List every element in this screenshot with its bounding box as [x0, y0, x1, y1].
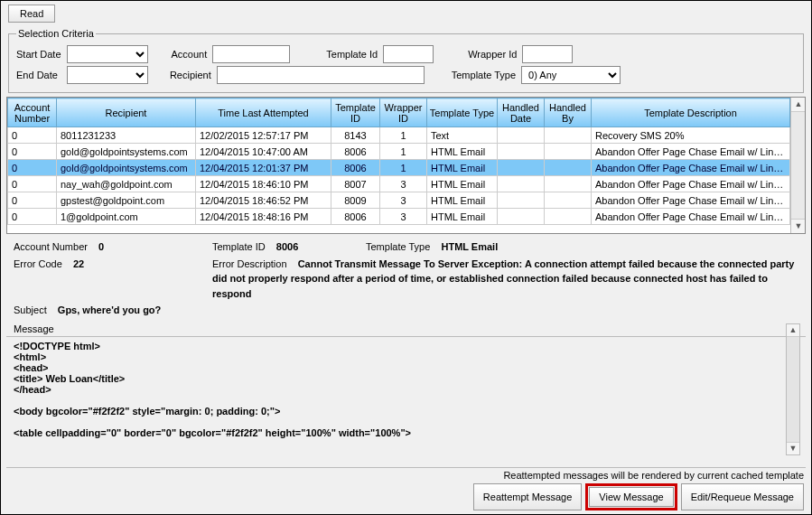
col-template-id[interactable]: Template ID [331, 98, 380, 127]
scroll-down-icon[interactable]: ▼ [791, 219, 806, 233]
cell-time: 12/04/2015 18:46:52 PM [196, 192, 331, 209]
start-date-input[interactable] [67, 45, 148, 63]
col-wrapper-id[interactable]: Wrapper ID [380, 98, 427, 127]
tid-value: 8006 [276, 241, 298, 252]
cell-ttype: HTML Email [427, 176, 498, 192]
template-id-input[interactable] [383, 45, 434, 63]
cell-hdate [498, 209, 545, 225]
table-row[interactable]: 01@goldpoint.com12/04/2015 18:48:16 PM80… [8, 209, 790, 225]
message-label: Message [14, 323, 806, 334]
table-row[interactable]: 0gold@goldpointsystems.com12/04/2015 12:… [8, 160, 790, 176]
subj-value: Gps, where'd you go? [58, 304, 161, 315]
ecode-label: Error Code [14, 258, 62, 269]
cell-wid: 1 [380, 160, 427, 176]
cell-rec: 1@goldpoint.com [57, 209, 196, 225]
subj-label: Subject [14, 304, 47, 315]
col-account[interactable]: Account Number [8, 98, 57, 127]
cell-hby [545, 144, 592, 160]
cell-time: 12/04/2015 10:47:00 AM [196, 144, 331, 160]
cell-desc: Abandon Offer Page Chase Email w/ Link D… [592, 192, 790, 209]
scroll-down-icon[interactable]: ▼ [787, 442, 799, 454]
cell-wid: 3 [380, 209, 427, 225]
cell-hdate [498, 127, 545, 144]
cell-ttype: HTML Email [427, 144, 498, 160]
message-body[interactable]: <!DOCTYPE html> <html> <head> <title> We… [6, 336, 806, 468]
tid-label: Template ID [212, 241, 266, 252]
cell-hby [545, 176, 592, 192]
cell-acct: 0 [8, 176, 57, 192]
grid-scrollbar[interactable]: ▲ ▼ [790, 98, 805, 233]
cell-rec: nay_wah@goldpoint.com [57, 176, 196, 192]
table-row[interactable]: 0gold@goldpointsystems.com12/04/2015 10:… [8, 144, 790, 160]
cell-ttype: HTML Email [427, 160, 498, 176]
cell-rec: gold@goldpointsystems.com [57, 144, 196, 160]
cell-desc: Abandon Offer Page Chase Email w/ Link D… [592, 160, 790, 176]
cell-desc: Recovery SMS 20% [592, 127, 790, 144]
detail-panel: Account Number 0 Template ID 8006 Templa… [1, 234, 811, 322]
cell-acct: 0 [8, 209, 57, 225]
ecode-value: 22 [73, 258, 84, 269]
col-description[interactable]: Template Description [592, 98, 790, 127]
edesc-label: Error Description [212, 258, 287, 269]
cell-desc: Abandon Offer Page Chase Email w/ Link D… [592, 176, 790, 192]
cell-acct: 0 [8, 192, 57, 209]
col-handled-date[interactable]: Handled Date [498, 98, 545, 127]
scroll-up-icon[interactable]: ▲ [787, 324, 799, 337]
cell-hby [545, 127, 592, 144]
cell-desc: Abandon Offer Page Chase Email w/ Link D… [592, 144, 790, 160]
cell-ttype: HTML Email [427, 192, 498, 209]
cell-time: 12/04/2015 18:48:16 PM [196, 209, 331, 225]
results-grid: Account Number Recipient Time Last Attem… [6, 97, 806, 234]
scroll-up-icon[interactable]: ▲ [791, 98, 806, 112]
cell-ttype: Text [427, 127, 498, 144]
table-row[interactable]: 0nay_wah@goldpoint.com12/04/2015 18:46:1… [8, 176, 790, 192]
footer-note: Reattempted messages will be rendered by… [473, 470, 804, 481]
selection-criteria-group: Selection Criteria Start Date Account Te… [8, 28, 804, 93]
cell-hby [545, 192, 592, 209]
col-template-type[interactable]: Template Type [427, 98, 498, 127]
cell-acct: 0 [8, 160, 57, 176]
cell-hby [545, 209, 592, 225]
cell-tid: 8006 [331, 209, 380, 225]
cell-ttype: HTML Email [427, 209, 498, 225]
view-message-highlight: View Message [585, 483, 677, 510]
wrapper-id-input[interactable] [522, 45, 573, 63]
cell-hdate [498, 160, 545, 176]
edesc-value: Cannot Transmit Message To Server Except… [212, 258, 794, 299]
ttype-label: Template Type [366, 241, 430, 252]
table-row[interactable]: 0801123123312/02/2015 12:57:17 PM81431Te… [8, 127, 790, 144]
acct-label: Account Number [14, 241, 88, 252]
reattempt-button[interactable]: Reattempt Message [473, 483, 582, 510]
cell-hdate [498, 144, 545, 160]
cell-tid: 8007 [331, 176, 380, 192]
ttype-value: HTML Email [441, 241, 498, 252]
account-label: Account [172, 49, 208, 60]
cell-wid: 1 [380, 144, 427, 160]
end-date-input[interactable] [67, 66, 148, 84]
col-handled-by[interactable]: Handled By [545, 98, 592, 127]
cell-acct: 0 [8, 127, 57, 144]
view-message-button[interactable]: View Message [589, 487, 673, 507]
cell-hdate [498, 176, 545, 192]
col-time[interactable]: Time Last Attempted [196, 98, 331, 127]
table-row[interactable]: 0gpstest@goldpoint.com12/04/2015 18:46:5… [8, 192, 790, 209]
template-type-select[interactable]: 0) Any [521, 66, 621, 84]
cell-wid: 1 [380, 127, 427, 144]
cell-wid: 3 [380, 176, 427, 192]
read-button[interactable]: Read [8, 5, 55, 23]
grid-header-row: Account Number Recipient Time Last Attem… [8, 98, 790, 127]
col-recipient[interactable]: Recipient [57, 98, 196, 127]
account-input[interactable] [212, 45, 290, 63]
cell-hdate [498, 192, 545, 209]
cell-rec: gpstest@goldpoint.com [57, 192, 196, 209]
message-scrollbar[interactable]: ▲ ▼ [786, 323, 800, 455]
recipient-input[interactable] [217, 66, 425, 84]
cell-tid: 8143 [331, 127, 380, 144]
cell-rec: gold@goldpointsystems.com [57, 160, 196, 176]
cell-rec: 8011231233 [57, 127, 196, 144]
cell-time: 12/04/2015 18:46:10 PM [196, 176, 331, 192]
cell-tid: 8009 [331, 192, 380, 209]
cell-wid: 3 [380, 192, 427, 209]
edit-requeue-button[interactable]: Edit/Requeue Message [681, 483, 804, 510]
cell-tid: 8006 [331, 144, 380, 160]
